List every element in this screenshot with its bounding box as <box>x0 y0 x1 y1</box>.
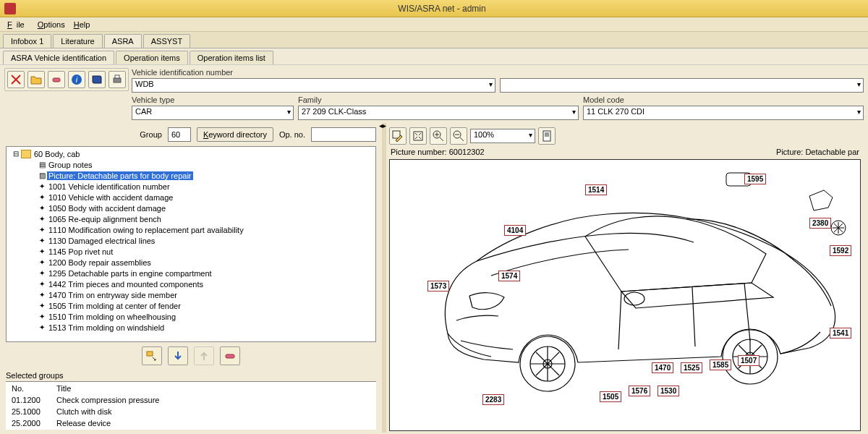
zoom-out-icon[interactable] <box>450 127 467 145</box>
sg-col-title: Title <box>52 383 375 393</box>
nav-down-icon[interactable] <box>168 346 188 365</box>
group-input[interactable] <box>168 127 191 142</box>
model-code-select[interactable]: 11 CLK 270 CDI <box>583 106 864 120</box>
tool-icons: i <box>4 68 129 91</box>
vin-suffix-select[interactable] <box>500 78 864 93</box>
tree-item[interactable]: ✦1505 Trim molding at center of fender <box>8 300 374 311</box>
tree-item[interactable]: ✦1510 Trim molding on wheelhousing <box>8 311 374 322</box>
tree-item[interactable]: ✦1442 Trim pieces and mounted components <box>8 278 374 289</box>
vin-prefix-select[interactable]: WDB <box>132 78 495 93</box>
tree-item[interactable]: ✦1470 Trim on entryway side member <box>8 289 374 300</box>
tree-item-label: 1470 Trim on entryway side member <box>47 291 179 299</box>
opno-input[interactable] <box>311 127 376 142</box>
family-select[interactable]: 27 209 CLK-Class <box>298 106 579 120</box>
tree-item[interactable]: ✦1200 Body repair assemblies <box>8 257 374 268</box>
tree-item[interactable]: ✦1145 Pop rivet nut <box>8 246 374 257</box>
keyword-directory-button[interactable]: Keyword directory <box>197 127 273 142</box>
tree[interactable]: ⊟60 Body, cab▤Group notes▨Picture: Detac… <box>6 146 376 342</box>
vin-label: Vehicle identification number <box>132 68 864 77</box>
dot-icon: ✦ <box>37 280 47 288</box>
vehicle-type-select[interactable]: CAR <box>132 106 294 120</box>
tree-item[interactable]: ✦1065 Re-equip alignment bench <box>8 213 374 224</box>
eraser-tree-icon[interactable] <box>220 346 240 365</box>
tree-item[interactable]: ✦1295 Detachable parts in engine compart… <box>8 268 374 278</box>
car-drawing <box>404 167 853 399</box>
tree-item[interactable]: ✦1513 Trim molding on windshield <box>8 322 374 333</box>
callout-1514[interactable]: 1514 <box>585 184 607 195</box>
page-icon[interactable] <box>538 127 556 145</box>
subtab-operation-items-list[interactable]: Operation items list <box>190 51 273 64</box>
callout-2283[interactable]: 2283 <box>482 394 504 405</box>
callout-1530[interactable]: 1530 <box>658 386 679 396</box>
menu-file[interactable]: File <box>3 19 33 30</box>
subtab-operation-items[interactable]: Operation items <box>116 51 188 64</box>
selected-groups: Selected groups No. Title 01.1200Check c… <box>6 370 376 430</box>
tab-asra[interactable]: ASRA <box>104 34 142 48</box>
tree-root[interactable]: ⊟60 Body, cab <box>8 148 374 159</box>
tree-item[interactable]: ✦1050 Body with accident damage <box>8 203 374 213</box>
callout-1595[interactable]: 1595 <box>744 174 766 184</box>
zoom-select[interactable]: 100% <box>470 129 535 143</box>
subtab-vehicle-id[interactable]: ASRA Vehicle identification <box>3 51 114 64</box>
tree-expand-icon[interactable] <box>142 346 162 365</box>
tab-infobox1[interactable]: Infobox 1 <box>3 34 51 48</box>
tree-item-label: 1200 Body repair assemblies <box>47 258 153 267</box>
tree-item[interactable]: ✦1130 Damaged electrical lines <box>8 235 374 246</box>
tab-assyst[interactable]: ASSYST <box>143 34 190 48</box>
primary-tabs: Infobox 1 Literature ASRA ASSYST <box>0 32 868 48</box>
menu-options[interactable]: Options <box>33 19 69 30</box>
svg-rect-6 <box>226 354 234 358</box>
tab-literature[interactable]: Literature <box>53 34 102 48</box>
pic-icon: ▨ <box>37 171 47 179</box>
tree-toolbar <box>0 342 382 370</box>
dot-icon: ✦ <box>37 226 47 234</box>
callout-1585[interactable]: 1585 <box>710 359 731 370</box>
edit-image-icon[interactable] <box>389 127 407 145</box>
callout-1576[interactable]: 1576 <box>629 386 650 396</box>
callout-1470[interactable]: 1470 <box>652 362 673 373</box>
menu-help[interactable]: Help <box>69 19 95 30</box>
tree-item[interactable]: ✦1110 Modification owing to replacement … <box>8 224 374 235</box>
info-icon[interactable]: i <box>68 71 85 88</box>
family-label: Family <box>298 95 579 104</box>
callout-1592[interactable]: 1592 <box>830 245 851 256</box>
dot-icon: ✦ <box>37 291 47 299</box>
form-area: Vehicle identification number WDB Vehicl… <box>132 68 864 120</box>
table-row[interactable]: 25.1000Clutch with disk <box>7 407 375 417</box>
picture-area[interactable]: 1595151423804104159215741573154115071585… <box>389 159 861 431</box>
titlebar: WIS/ASRA net - admin <box>0 0 868 17</box>
callout-1525[interactable]: 1525 <box>681 362 702 373</box>
window-title: WIS/ASRA net - admin <box>398 4 485 14</box>
callout-2380[interactable]: 2380 <box>809 218 831 229</box>
tree-item[interactable]: ▤Group notes <box>8 159 374 170</box>
callout-1574[interactable]: 1574 <box>498 271 520 281</box>
callout-1505[interactable]: 1505 <box>600 391 621 402</box>
callout-1507[interactable]: 1507 <box>738 355 760 366</box>
tree-item-label: 1065 Re-equip alignment bench <box>47 215 163 224</box>
tree-item-label: Group notes <box>47 161 94 169</box>
tree-item[interactable]: ✦1010 Vehicle with accident damage <box>8 192 374 203</box>
splitter[interactable]: ◂▸ <box>382 123 386 433</box>
tree-item[interactable]: ✦1001 Vehicle identification number <box>8 181 374 192</box>
svg-rect-4 <box>115 75 119 78</box>
sub-tabs: ASRA Vehicle identification Operation it… <box>0 48 868 65</box>
table-row[interactable]: 25.2000Release device <box>7 418 375 428</box>
table-row[interactable]: 01.1200Check compression pressure <box>7 395 375 405</box>
callout-1541[interactable]: 1541 <box>830 328 851 339</box>
delete-icon[interactable] <box>7 71 25 88</box>
eraser-icon[interactable] <box>48 71 65 88</box>
selected-groups-table: No. Title 01.1200Check compression press… <box>6 381 376 430</box>
open-folder-icon[interactable] <box>27 71 45 88</box>
tree-item-label: 1442 Trim pieces and mounted components <box>47 280 205 289</box>
print-icon[interactable] <box>109 71 126 88</box>
nav-up-icon[interactable] <box>194 346 214 365</box>
sg-title: Release device <box>52 418 375 428</box>
tree-item[interactable]: ▨Picture: Detachable parts for body repa… <box>8 170 374 181</box>
callout-4104[interactable]: 4104 <box>504 225 526 236</box>
book-icon[interactable] <box>88 71 106 88</box>
dot-icon: ✦ <box>37 237 47 244</box>
callout-1573[interactable]: 1573 <box>427 281 449 292</box>
zoom-in-icon[interactable] <box>430 127 447 145</box>
fit-window-icon[interactable] <box>409 127 427 145</box>
dot-icon: ✦ <box>37 247 47 255</box>
